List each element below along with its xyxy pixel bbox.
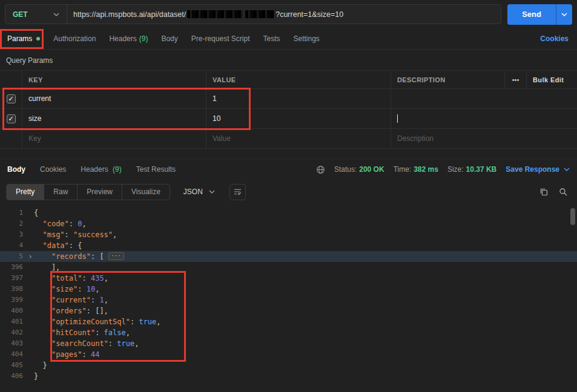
send-button[interactable]: Send <box>507 4 556 25</box>
line-number: 2 <box>0 218 27 229</box>
fold-collapsed-icon[interactable]: › <box>27 251 34 262</box>
token <box>34 296 51 304</box>
pane-splitter[interactable] <box>0 149 577 158</box>
view-mode-preview[interactable]: Preview <box>77 185 122 200</box>
network-icon[interactable] <box>316 165 325 174</box>
request-tab-pre-request-script[interactable]: Pre-request Script <box>185 28 257 49</box>
row-checkbox[interactable]: ✓ <box>7 94 16 103</box>
fold-gutter <box>27 295 34 305</box>
request-tab-settings[interactable]: Settings <box>287 28 326 49</box>
request-bar: GET https://api.mspbots.ai/api/dataset/ … <box>0 0 577 28</box>
param-value-input[interactable]: Value <box>206 129 391 148</box>
cookies-link[interactable]: Cookies <box>540 34 571 43</box>
line-number: 5 <box>0 251 27 262</box>
url-input[interactable]: https://api.mspbots.ai/api/dataset/ ?cur… <box>67 10 349 19</box>
line-number: 398 <box>0 284 27 295</box>
token: 44 <box>91 350 99 359</box>
key-column-header: KEY <box>22 71 206 88</box>
request-tab-authorization[interactable]: Authorization <box>47 28 102 49</box>
tab-label: Cookies <box>40 165 66 174</box>
request-tab-body[interactable]: Body <box>154 28 184 49</box>
request-tab-headers[interactable]: Headers (9) <box>102 28 154 49</box>
token: : <box>65 230 73 239</box>
method-select[interactable]: GET <box>5 5 67 24</box>
fold-gutter <box>27 240 34 251</box>
token <box>34 307 51 315</box>
tab-label: Headers <box>109 34 136 43</box>
save-response-button[interactable]: Save Response <box>506 165 570 174</box>
search-icon[interactable] <box>558 186 569 197</box>
line-number: 396 <box>0 262 27 273</box>
param-key-cell[interactable]: current <box>22 89 206 108</box>
code-content: "pages": 44 <box>34 349 99 360</box>
code-line-400: 400 "orders": [], <box>0 305 577 316</box>
row-checkbox[interactable]: ✓ <box>7 114 16 123</box>
fold-gutter <box>27 284 34 295</box>
view-mode-visualize[interactable]: Visualize <box>122 185 170 200</box>
line-number: 400 <box>0 305 27 316</box>
tab-label: Headers <box>81 165 108 174</box>
tab-label: Params <box>7 34 32 43</box>
token <box>34 220 42 228</box>
param-description-input[interactable]: Description <box>391 129 577 148</box>
request-tab-tests[interactable]: Tests <box>256 28 286 49</box>
response-tab-test-results[interactable]: Test Results <box>136 165 176 174</box>
code-content: "data": { <box>34 240 82 251</box>
line-number: 3 <box>0 229 27 240</box>
viewer-actions <box>538 186 571 197</box>
collapsed-content-pill[interactable]: ··· <box>108 252 124 260</box>
line-number: 403 <box>0 338 27 349</box>
token <box>34 241 42 250</box>
token: } <box>34 361 47 370</box>
view-mode-pretty[interactable]: Pretty <box>7 185 44 200</box>
unsaved-params-dot <box>36 37 40 41</box>
wrap-text-button[interactable] <box>229 184 246 200</box>
checkbox-cell <box>0 129 22 148</box>
code-line-404: 404 "pages": 44 <box>0 349 577 360</box>
code-line-402: 402 "hitCount": false, <box>0 327 577 338</box>
token: "success" <box>73 230 113 239</box>
method-label: GET <box>13 10 28 19</box>
send-options-button[interactable] <box>556 4 572 25</box>
code-lines: 1{2 "code": 0,3 "msg": "success",4 "data… <box>0 207 577 382</box>
code-line-406: 406} <box>0 371 577 382</box>
param-value-cell[interactable]: 10 <box>206 109 391 128</box>
fold-gutter <box>27 262 34 273</box>
param-description-cell[interactable] <box>391 89 577 108</box>
response-tab-headers[interactable]: Headers (9) <box>81 165 121 174</box>
request-tab-params[interactable]: Params <box>6 28 47 49</box>
bulk-edit-button[interactable]: Bulk Edit <box>526 71 577 88</box>
token: , <box>156 318 160 326</box>
code-content: "code": 0, <box>34 218 87 229</box>
param-value-cell[interactable]: 1 <box>206 89 391 108</box>
response-tab-body[interactable]: Body <box>7 165 25 174</box>
token: , <box>126 328 130 337</box>
response-body-json[interactable]: 1{2 "code": 0,3 "msg": "success",4 "data… <box>0 204 577 392</box>
code-content: { <box>34 207 38 218</box>
token: : <box>108 339 117 348</box>
token: "searchCount" <box>51 339 108 348</box>
param-key-input[interactable]: Key <box>22 129 206 148</box>
token: } <box>34 372 38 381</box>
param-key-cell[interactable]: size <box>22 109 206 128</box>
scrollbar-thumb[interactable] <box>570 208 575 225</box>
tab-label: Tests <box>263 34 280 43</box>
language-select[interactable]: JSON <box>177 184 221 200</box>
tab-label: Test Results <box>136 165 176 174</box>
token: "data" <box>42 241 68 250</box>
code-content: "hitCount": false, <box>34 327 130 338</box>
line-number: 4 <box>0 240 27 251</box>
text-cursor <box>397 114 398 123</box>
token: , <box>113 230 117 239</box>
more-options-icon[interactable]: ••• <box>504 71 526 88</box>
token: 0 <box>77 220 82 228</box>
code-line-4: 4 "data": { <box>0 240 577 251</box>
token: { <box>34 209 38 217</box>
value-column-header: VALUE <box>206 71 391 88</box>
param-description-cell[interactable] <box>391 109 577 128</box>
copy-icon[interactable] <box>538 186 549 197</box>
token: : <box>82 350 90 359</box>
view-mode-raw[interactable]: Raw <box>44 185 77 200</box>
response-tab-cookies[interactable]: Cookies <box>40 165 66 174</box>
token: true <box>117 339 134 348</box>
